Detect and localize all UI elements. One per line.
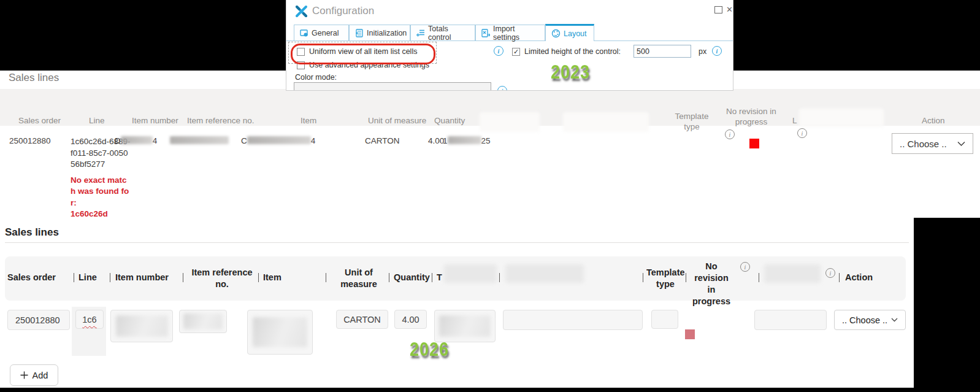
tab-label: Totals control <box>428 25 469 42</box>
redacted-column-header <box>444 264 497 283</box>
redacted-column-header <box>505 264 584 283</box>
limited-height-label: Limited height of the control: <box>524 47 621 56</box>
column-separator <box>389 273 389 282</box>
highlight-oval <box>291 44 435 64</box>
col-header-sales-order: Sales order <box>18 116 61 125</box>
col-header-action: Action <box>845 272 873 282</box>
column-separator <box>326 273 326 282</box>
info-icon[interactable]: i <box>740 262 750 272</box>
col-header-item-reference: Item reference no. <box>188 267 256 290</box>
cell-redacted[interactable] <box>434 310 496 342</box>
color-mode-dropdown[interactable] <box>294 82 491 91</box>
tab-label: Import settings <box>493 25 539 42</box>
lot-prefix: 1 <box>443 136 448 145</box>
redacted-text <box>170 136 229 144</box>
tab-layout[interactable]: Layout <box>545 24 594 41</box>
color-mode-label: Color mode: <box>295 73 337 82</box>
cell-redacted-empty[interactable] <box>754 310 827 330</box>
background-mask <box>914 218 980 392</box>
redacted-text <box>116 315 168 337</box>
item-prefix: C <box>241 136 247 145</box>
initialization-icon <box>355 29 364 37</box>
cell-item: C4 <box>241 136 315 145</box>
col-header-line: Line <box>78 272 97 282</box>
cell-line[interactable]: 1c6 <box>75 310 104 329</box>
tab-label: General <box>312 29 339 37</box>
info-icon[interactable]: i <box>797 128 807 138</box>
tab-initialization[interactable]: Initialization <box>349 25 410 40</box>
tab-label: Initialization <box>367 29 407 37</box>
maximize-button[interactable] <box>714 6 722 13</box>
col-header-unit: Unit of measure <box>331 267 387 290</box>
col-header-quantity: Quantity <box>434 116 465 125</box>
column-separator <box>839 273 840 282</box>
general-icon <box>300 29 308 37</box>
line-error-overflow: 1c60c26d <box>71 209 131 220</box>
cell-lot: 125 <box>443 136 491 145</box>
redacted-text <box>253 317 307 348</box>
cell-sales-order: 250012880 <box>9 136 51 145</box>
info-icon[interactable]: i <box>494 46 503 56</box>
col-header-template-type: Template type <box>646 267 684 290</box>
column-separator <box>110 273 110 282</box>
redacted-column-header <box>563 112 649 132</box>
line-error-text: No exact match was found for: <box>71 175 131 209</box>
tab-totals-control[interactable]: Totals control <box>410 25 475 40</box>
col-header-unit: Unit of measure <box>368 116 426 125</box>
limited-height-input[interactable] <box>634 45 691 58</box>
unit-value: CARTON <box>343 315 381 325</box>
column-separator <box>74 273 74 282</box>
col-header-item: Item <box>263 272 281 282</box>
configuration-dialog: Configuration ✕ General Initialization T… <box>286 0 733 91</box>
action-dropdown[interactable]: .. Choose .. <box>892 133 973 154</box>
col-header-item-reference: Item reference no. <box>187 116 255 125</box>
redacted-text <box>183 313 223 329</box>
cell-item-reference <box>170 136 229 145</box>
chevron-down-icon <box>957 141 965 147</box>
revision-status-indicator <box>685 329 695 339</box>
info-icon[interactable]: i <box>712 46 722 56</box>
tab-general[interactable]: General <box>294 25 349 40</box>
cell-redacted-empty[interactable] <box>503 310 643 330</box>
add-button[interactable]: Add <box>10 364 58 386</box>
close-icon[interactable]: ✕ <box>726 6 733 14</box>
info-icon[interactable]: i <box>825 268 835 278</box>
cell-template-type[interactable] <box>651 310 678 329</box>
cell-quantity[interactable]: 4.00 <box>394 310 427 329</box>
unit-label: px <box>699 47 706 56</box>
item-number-suffix: 4 <box>153 136 158 145</box>
redacted-text <box>121 136 153 144</box>
tools-icon <box>295 5 308 18</box>
revision-status-indicator <box>749 139 759 148</box>
redacted-text <box>247 136 311 144</box>
page-title: Sales lines <box>5 226 59 239</box>
totals-control-icon <box>416 29 425 37</box>
lot-suffix: 25 <box>481 136 491 145</box>
info-icon[interactable]: i <box>725 129 735 139</box>
cell-item-reference[interactable] <box>179 310 227 333</box>
col-header-quantity: Quantity <box>394 272 430 282</box>
col-header-template-type: Template type <box>672 111 712 132</box>
line-value: 1c6 <box>82 315 96 325</box>
year-stamp-2023: 2023 <box>551 62 590 84</box>
layout-icon <box>551 29 561 38</box>
sales-lines-panel-2023: Sales lines Sales order Line Item number… <box>0 71 980 225</box>
dialog-tabstrip: General Initialization Totals control Im… <box>286 25 733 41</box>
chevron-down-icon <box>891 318 898 322</box>
info-icon[interactable]: i <box>497 86 507 91</box>
cell-sales-order[interactable]: 250012880 <box>7 310 70 330</box>
limited-height-checkbox[interactable]: ✓ <box>512 48 520 56</box>
cell-item[interactable] <box>247 310 313 355</box>
page-title: Sales lines <box>9 72 59 84</box>
redacted-text <box>439 315 490 337</box>
column-separator <box>759 273 759 282</box>
add-button-label: Add <box>33 371 48 380</box>
cell-unit-of-measure[interactable]: CARTON <box>336 310 388 329</box>
cell-line: 1c60c26d-6889-f011-85c7-005056bf5277 No … <box>71 136 131 220</box>
tab-import-settings[interactable]: Import settings <box>475 25 545 40</box>
column-separator <box>432 273 432 282</box>
cell-item-number[interactable] <box>110 310 173 342</box>
action-dropdown[interactable]: .. Choose .. <box>834 310 906 330</box>
redacted-column-header <box>480 112 540 132</box>
col-header-item-number: Item number <box>115 272 169 282</box>
